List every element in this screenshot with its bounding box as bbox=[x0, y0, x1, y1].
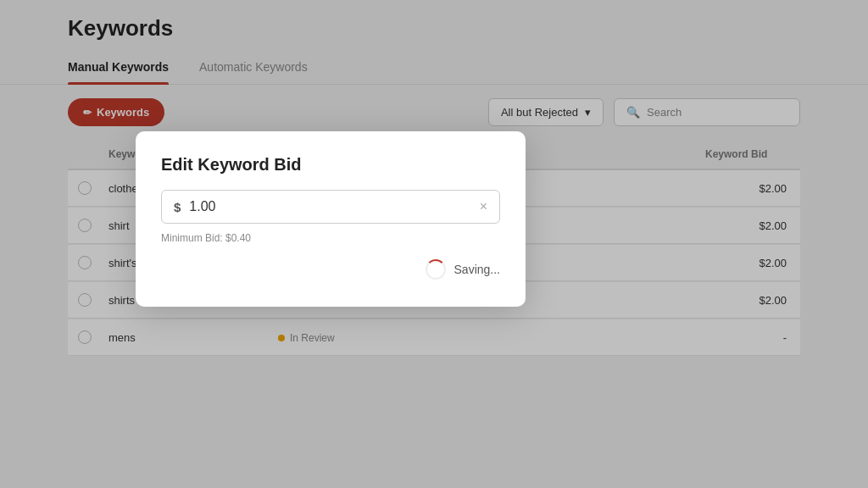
modal-title: Edit Keyword Bid bbox=[161, 155, 500, 175]
saving-text: Saving... bbox=[454, 263, 500, 276]
saving-spinner bbox=[426, 259, 446, 280]
currency-symbol: $ bbox=[174, 200, 181, 214]
saving-row: Saving... bbox=[161, 259, 500, 280]
clear-icon[interactable]: × bbox=[480, 199, 487, 214]
page-wrapper: Keywords Manual Keywords Automatic Keywo… bbox=[0, 0, 868, 488]
edit-keyword-bid-modal: Edit Keyword Bid $ × Minimum Bid: $0.40 … bbox=[136, 131, 526, 307]
min-bid-text: Minimum Bid: $0.40 bbox=[161, 232, 500, 244]
bid-input-wrapper: $ × bbox=[161, 190, 500, 224]
bid-input[interactable] bbox=[189, 199, 470, 214]
